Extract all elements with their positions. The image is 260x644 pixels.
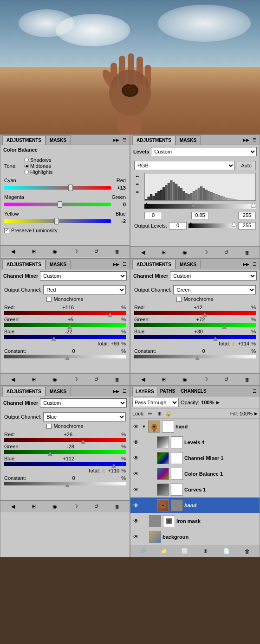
layer-color-balance-1[interactable]: 👁 Color Balance 1 (130, 466, 260, 482)
footer-eye-icon[interactable]: ◉ (51, 248, 59, 256)
blend-mode-select[interactable]: Pass Through (132, 398, 179, 407)
eyedropper-white[interactable]: ✒ (134, 189, 141, 195)
cm-green-footer-mask[interactable]: ☽ (202, 376, 210, 384)
eye-hand-group[interactable]: 👁 (132, 423, 140, 430)
levels-footer-mask[interactable]: ☽ (202, 249, 210, 257)
yellow-blue-slider[interactable] (4, 217, 111, 225)
eye-iron-mask[interactable]: 👁 (132, 517, 140, 525)
cm-green-output-select[interactable]: Green (173, 285, 256, 294)
levels-channel-select[interactable]: RGB (134, 161, 235, 170)
cm-red-green-thumb[interactable] (67, 325, 72, 329)
yellow-blue-thumb[interactable] (54, 218, 59, 224)
cm-blue-red-track[interactable] (4, 438, 126, 442)
footer-back-icon[interactable]: ◀ (9, 248, 17, 256)
cm-green-footer-thumb[interactable]: ⊞ (160, 376, 168, 384)
cm-red-footer-eye[interactable]: ◉ (51, 376, 59, 384)
levels-menu-icon[interactable]: ▶▶ (243, 137, 249, 143)
cm-green-preset-select[interactable]: Custom (170, 271, 257, 281)
panel-close-icon-1[interactable]: ☰ (121, 137, 128, 143)
panel-menu-icon-1[interactable]: ▶▶ (113, 137, 119, 143)
levels-footer-eye[interactable]: ◉ (181, 249, 189, 257)
cm-blue-footer-reset[interactable]: ↺ (92, 503, 101, 511)
tab-masks-cm-red[interactable]: MASKS (46, 260, 71, 269)
input-thumb-mid[interactable] (191, 203, 196, 207)
expand-hand-group[interactable]: ▼ (141, 424, 147, 429)
layers-footer-delete[interactable]: 🗑 (243, 547, 252, 555)
cm-red-constant-thumb[interactable] (65, 356, 70, 360)
cm-blue-footer-thumb[interactable]: ⊞ (30, 503, 38, 511)
cm-red-blue-track[interactable] (4, 335, 126, 339)
levels-footer-delete[interactable]: 🗑 (243, 249, 252, 257)
fill-arrow[interactable]: ▶ (254, 411, 258, 416)
cm-red-close-icon[interactable]: ☰ (121, 261, 128, 268)
cm-blue-footer-delete[interactable]: 🗑 (113, 503, 122, 511)
input-level-2[interactable]: 255 (238, 212, 256, 219)
input-thumb-white[interactable] (251, 203, 256, 207)
cm-blue-preset-select[interactable]: Custom (40, 398, 127, 408)
cm-green-footer-delete[interactable]: 🗑 (243, 376, 252, 384)
tab-layers[interactable]: LAYERS (132, 387, 157, 396)
input-level-1[interactable]: 0.85 (191, 212, 209, 219)
layers-footer-new-group[interactable]: 📁 (160, 547, 168, 555)
output-thumb-black[interactable] (188, 222, 193, 226)
levels-footer-reset[interactable]: ↺ (222, 249, 231, 257)
cm-blue-menu-icon[interactable]: ▶▶ (113, 388, 119, 395)
footer-thumb-icon[interactable]: ⊞ (30, 248, 38, 256)
cm-green-close-icon[interactable]: ☰ (251, 261, 258, 268)
layer-background[interactable]: 👁 backgroun (130, 529, 260, 545)
cm-red-footer-reset[interactable]: ↺ (92, 376, 101, 384)
cm-red-red-thumb[interactable] (108, 312, 112, 317)
eyedropper-black[interactable]: ✒ (134, 173, 141, 179)
cm-blue-constant-thumb[interactable] (65, 483, 70, 487)
cm-red-footer-back[interactable]: ◀ (9, 376, 17, 384)
eye-color-balance-1[interactable]: 👁 (132, 470, 140, 478)
eye-channel-mixer-1[interactable]: 👁 (132, 454, 140, 462)
layers-menu-icon[interactable]: ☰ (251, 388, 258, 395)
cm-blue-blue-thumb[interactable] (111, 464, 116, 468)
cm-green-blue-thumb[interactable] (213, 337, 218, 341)
radio-midtones-dot[interactable] (24, 164, 29, 168)
cm-green-green-thumb[interactable] (222, 325, 227, 329)
radio-shadows-dot[interactable] (24, 158, 29, 162)
cm-blue-footer-eye[interactable]: ◉ (51, 503, 59, 511)
levels-auto-btn[interactable]: Auto (237, 161, 256, 170)
cyan-red-slider[interactable] (4, 184, 111, 191)
preserve-luminosity-checkbox[interactable]: ✓ (4, 228, 9, 233)
levels-footer-thumb[interactable]: ⊞ (160, 249, 168, 257)
layer-levels-4[interactable]: 👁 Levels 4 (130, 434, 260, 450)
layer-group-hand[interactable]: 👁 ▼ hand (130, 419, 260, 434)
cm-red-footer-thumb[interactable]: ⊞ (30, 376, 38, 384)
layers-footer-mask-btn[interactable]: ⬜ (181, 547, 189, 555)
layers-footer-adjustment[interactable]: ⊕ (202, 547, 210, 555)
eye-hand[interactable]: 👁 (132, 502, 140, 509)
cm-red-constant-track[interactable] (4, 355, 126, 358)
lock-position-icon[interactable]: ✏ (146, 410, 154, 417)
cm-red-footer-delete[interactable]: 🗑 (113, 376, 122, 384)
cm-blue-constant-track[interactable] (4, 482, 126, 485)
cm-blue-close-icon[interactable]: ☰ (121, 388, 128, 395)
cm-green-footer-reset[interactable]: ↺ (222, 376, 231, 384)
output-level-1[interactable]: 255 (238, 222, 256, 230)
cm-green-blue-track[interactable] (134, 335, 256, 339)
tab-adjustments-cm-blue[interactable]: ADJUSTMENTS (2, 387, 46, 396)
radio-highlights-dot[interactable] (24, 170, 29, 174)
cm-green-constant-track[interactable] (134, 355, 256, 358)
tab-adjustments-cm-red[interactable]: ADJUSTMENTS (2, 260, 46, 269)
tab-adjustments-1[interactable]: ADJUSTMENTS (2, 135, 46, 145)
cm-blue-output-select[interactable]: Blue (43, 412, 126, 421)
cm-green-green-track[interactable] (134, 323, 256, 327)
output-level-0[interactable]: 0 (169, 222, 187, 230)
footer-reset-icon[interactable]: ↺ (92, 248, 101, 256)
layers-footer-link[interactable]: 🔗 (139, 547, 147, 555)
cm-green-red-thumb[interactable] (202, 312, 207, 317)
cm-blue-monochrome-checkbox[interactable] (46, 424, 52, 429)
levels-footer-back[interactable]: ◀ (139, 249, 147, 257)
cm-green-menu-icon[interactable]: ▶▶ (243, 261, 249, 268)
input-thumb-black[interactable] (144, 203, 149, 207)
cm-green-monochrome-checkbox[interactable] (176, 297, 182, 302)
cm-blue-footer-mask[interactable]: ☽ (72, 503, 80, 511)
cyan-red-thumb[interactable] (68, 185, 73, 191)
cm-red-menu-icon[interactable]: ▶▶ (113, 261, 119, 268)
eye-curves-1[interactable]: 👁 (132, 486, 140, 493)
layer-curves-1[interactable]: 👁 Curves 1 (130, 482, 260, 497)
